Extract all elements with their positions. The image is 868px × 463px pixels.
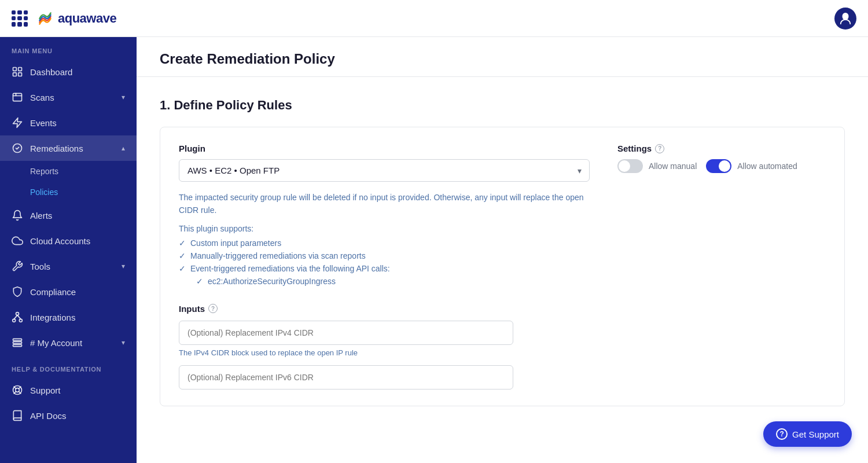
plugin-select-wrapper: AWS • EC2 • Open FTP ▾ [179,159,590,182]
policy-card: Plugin AWS • EC2 • Open FTP ▾ The impact… [160,127,845,406]
remediations-icon [12,142,23,154]
sidebar-item-integrations-label: Integrations [30,313,75,322]
inputs-help-icon[interactable]: ? [208,304,218,313]
sidebar-item-my-account-label: # My Account [30,338,82,348]
svg-rect-15 [13,339,22,340]
allow-automated-toggle[interactable] [706,159,731,173]
account-icon [12,337,23,348]
main-layout: MAIN MENU Dashboard Scans ▾ Events [0,37,868,463]
sidebar-item-my-account[interactable]: # My Account ▾ [0,330,137,355]
scans-chevron: ▾ [122,93,125,101]
allow-manual-label: Allow manual [649,161,697,171]
sidebar-item-integrations[interactable]: Integrations [0,304,137,330]
svg-rect-1 [13,68,17,71]
sidebar-item-alerts[interactable]: Alerts [0,203,137,228]
sidebar-item-events-label: Events [30,118,57,128]
svg-rect-5 [13,93,22,101]
user-avatar[interactable] [834,8,856,30]
sidebar-item-compliance[interactable]: Compliance [0,279,137,304]
cloud-icon [12,235,23,247]
logo-icon [36,9,54,28]
sidebar-item-api-docs-label: API Docs [30,411,67,421]
sidebar-item-dashboard[interactable]: Dashboard [0,59,137,84]
sidebar-item-support[interactable]: Support [0,377,137,403]
inputs-section: Inputs ? The IPv4 CIDR block used to rep… [179,304,826,389]
sidebar-item-remediations-label: Remediations [30,144,83,153]
tools-icon [12,260,23,272]
sidebar-item-tools[interactable]: Tools ▾ [0,253,137,279]
sidebar: MAIN MENU Dashboard Scans ▾ Events [0,37,137,463]
sidebar-item-dashboard-label: Dashboard [30,67,72,77]
plugin-column: Plugin AWS • EC2 • Open FTP ▾ The impact… [179,144,590,288]
settings-label: Settings ? [617,144,826,153]
svg-line-14 [17,315,21,319]
support-icon [12,384,23,396]
remediations-chevron: ▴ [122,144,125,152]
feature-2: Manually-triggered remediations via scan… [179,249,590,262]
allow-automated-label: Allow automated [737,161,797,171]
logo-text: aquawave [58,11,116,26]
content-area: Create Remediation Policy 1. Define Poli… [137,37,868,463]
integrations-icon [12,311,23,323]
sidebar-item-compliance-label: Compliance [30,287,76,297]
supports-label: This plugin supports: [179,224,590,233]
allow-manual-group: Allow manual [617,159,697,173]
svg-marker-8 [13,118,22,128]
sidebar-item-api-docs[interactable]: API Docs [0,403,137,428]
page-body: 1. Define Policy Rules Plugin AWS • EC2 … [137,77,868,427]
sidebar-sub-item-reports[interactable]: Reports [0,161,137,182]
compliance-icon [12,286,23,297]
main-menu-label: MAIN MENU [0,37,137,59]
get-support-button[interactable]: ? Get Support [763,421,852,447]
svg-rect-4 [19,73,22,76]
help-label: HELP & DOCUMENTATION [0,355,137,377]
svg-rect-17 [13,344,22,346]
ipv4-cidr-input[interactable] [179,321,513,345]
settings-row: Allow manual Allow automated [617,159,826,173]
sidebar-item-alerts-label: Alerts [30,211,52,221]
page-title: Create Remediation Policy [160,51,845,67]
tools-chevron: ▾ [122,262,125,270]
sidebar-item-support-label: Support [30,385,61,395]
policies-label: Policies [30,188,58,197]
svg-rect-16 [13,341,22,343]
supports-list: Custom input parameters Manually-trigger… [179,237,590,288]
alerts-icon [12,210,23,221]
sidebar-item-tools-label: Tools [30,262,50,271]
feature-4: ec2:AuthorizeSecurityGroupIngress [179,275,590,288]
sidebar-item-scans-label: Scans [30,93,54,102]
sidebar-item-events[interactable]: Events [0,110,137,135]
account-chevron: ▾ [122,339,125,347]
top-header: aquawave [0,0,868,37]
inputs-label: Inputs ? [179,304,826,314]
docs-icon [12,410,23,421]
ipv6-cidr-input[interactable] [179,365,513,389]
dashboard-icon [12,66,23,78]
sidebar-item-cloud-accounts[interactable]: Cloud Accounts [0,228,137,253]
reports-label: Reports [30,167,58,176]
svg-rect-2 [19,68,22,71]
page-title-bar: Create Remediation Policy [137,37,868,77]
sidebar-item-cloud-accounts-label: Cloud Accounts [30,236,90,246]
logo: aquawave [36,9,116,28]
plugin-select[interactable]: AWS • EC2 • Open FTP [179,159,590,182]
sidebar-item-scans[interactable]: Scans ▾ [0,84,137,110]
allow-manual-toggle[interactable] [617,159,643,173]
svg-rect-3 [13,73,17,76]
feature-3: Event-triggered remediations via the fol… [179,262,590,275]
two-col-layout: Plugin AWS • EC2 • Open FTP ▾ The impact… [179,144,826,288]
sidebar-sub-item-policies[interactable]: Policies [0,182,137,203]
apps-menu-icon[interactable] [12,10,28,27]
header-left: aquawave [12,9,116,28]
svg-line-13 [14,315,17,319]
feature-1: Custom input parameters [179,237,590,249]
plugin-label: Plugin [179,144,590,153]
settings-help-icon[interactable]: ? [655,144,664,153]
allow-automated-group: Allow automated [706,159,797,173]
settings-column: Settings ? Allow manual [617,144,826,173]
get-support-icon: ? [776,428,788,440]
plugin-description: The impacted security group rule will be… [179,191,590,217]
sidebar-item-remediations[interactable]: Remediations ▴ [0,135,137,161]
get-support-label: Get Support [792,429,839,439]
events-icon [12,117,23,128]
